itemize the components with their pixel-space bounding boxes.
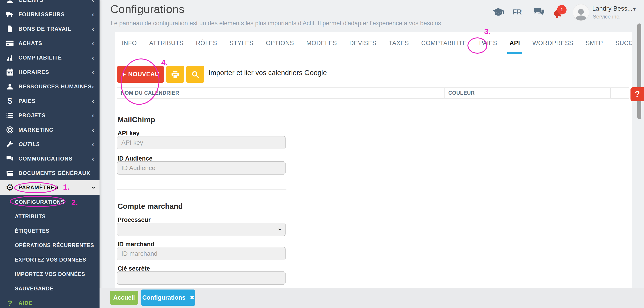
- notification-badge[interactable]: 1: [557, 5, 566, 15]
- field-label-id-marchand: ID marchand: [118, 241, 154, 248]
- sidebar-item-label: PAIES: [18, 98, 36, 104]
- chevron-left-icon: ‹: [92, 69, 94, 76]
- tab-paies[interactable]: PAIES: [479, 32, 497, 54]
- tab-options[interactable]: OPTIONS: [266, 32, 294, 54]
- user-name[interactable]: Landry Bess...: [592, 5, 632, 12]
- chevron-left-icon: ‹: [92, 54, 94, 61]
- column-header-nom-du-calendrier[interactable]: NOM DU CALENDRIER: [117, 87, 445, 98]
- sidebar-item-label: CLIENTS: [18, 0, 44, 3]
- caret-down-icon: ▾: [633, 6, 636, 12]
- avatar[interactable]: [572, 4, 589, 21]
- sidebar-item-communications[interactable]: COMMUNICATIONS ‹: [0, 151, 100, 166]
- sidebar-item-projets[interactable]: PROJETS ‹: [0, 108, 100, 123]
- search-button[interactable]: [186, 66, 204, 83]
- sidebar-item-label: ACHATS: [18, 40, 42, 46]
- sidebar-subitem-label: ATTRIBUTS: [15, 214, 46, 220]
- sidebar-subitem-label: IMPORTEZ VOS DONNÉES: [15, 271, 85, 277]
- sidebar-item-comptabilite[interactable]: COMPTABILITÉ ‹: [0, 51, 100, 65]
- sidebar-item-label: BONS DE TRAVAIL: [18, 26, 71, 32]
- sidebar-item-label: MARKETING: [18, 127, 54, 133]
- sidebar-item-ressources-humaines[interactable]: RESSOURCES HUMAINES ‹: [0, 79, 100, 94]
- chevron-down-icon: ‹: [90, 187, 96, 189]
- tab-styles[interactable]: STYLES: [230, 32, 254, 54]
- bar-chart-icon: [5, 53, 15, 63]
- api-key-input[interactable]: [117, 136, 286, 149]
- sidebar-item-label: HORAIRES: [18, 69, 49, 75]
- sidebar-item-fournisseurs[interactable]: FOURNISSEURS ‹: [0, 7, 100, 22]
- sidebar-subitem-importez-vos-donnees[interactable]: IMPORTEZ VOS DONNÉES: [0, 267, 100, 281]
- id-audience-input[interactable]: [117, 162, 286, 175]
- tab-info[interactable]: INFO: [122, 32, 137, 54]
- scrollbar-thumb[interactable]: [637, 24, 641, 119]
- sidebar-item-horaires[interactable]: HORAIRES ‹: [0, 65, 100, 79]
- current-tab-button[interactable]: Configurations ✖: [141, 289, 195, 306]
- sidebar-subitem-etiquettes[interactable]: ÉTIQUETTES: [0, 224, 100, 238]
- section-heading-mailchimp: MailChimp: [118, 115, 155, 124]
- processor-select[interactable]: ‹: [117, 223, 286, 236]
- sidebar-subitem-exportez-vos-donnees[interactable]: EXPORTEZ VOS DONNÉES: [0, 252, 100, 267]
- wrench-icon: [5, 139, 15, 149]
- chat-icon[interactable]: [533, 7, 545, 18]
- stack-icon: [5, 110, 15, 120]
- close-icon: ✖: [190, 295, 194, 300]
- sidebar-subitem-operations-recurrentes[interactable]: OPÉRATIONS RÉCURRENTES: [0, 238, 100, 252]
- home-tab-button[interactable]: Accueil: [110, 291, 138, 304]
- secret-key-input[interactable]: [117, 271, 286, 284]
- sidebar-subitem-attributs[interactable]: ATTRIBUTS: [0, 209, 100, 224]
- file-icon: [5, 24, 15, 34]
- chevron-left-icon: ‹: [92, 112, 94, 119]
- sidebar-item-bons-de-travail[interactable]: BONS DE TRAVAIL ‹: [0, 22, 100, 36]
- language-switcher[interactable]: FR: [512, 8, 522, 16]
- tab-bar: INFO ATTRIBUTS RÔLES STYLES OPTIONS MODÈ…: [115, 32, 632, 54]
- sidebar-subitem-sauvegarde[interactable]: SAUVEGARDE: [0, 281, 100, 296]
- sidebar-subitem-label: OPÉRATIONS RÉCURRENTES: [15, 242, 94, 248]
- chevron-left-icon: ‹: [92, 83, 94, 90]
- search-icon: [191, 70, 200, 79]
- sidebar-item-achats[interactable]: ACHATS ‹: [0, 36, 100, 51]
- sidebar-item-label: AIDE: [18, 300, 32, 306]
- sidebar-item-label: FOURNISSEURS: [18, 11, 65, 18]
- new-button[interactable]: + NOUVEAU: [117, 66, 164, 83]
- bullseye-icon: [5, 125, 15, 135]
- tab-smtp[interactable]: SMTP: [586, 32, 603, 54]
- sidebar-item-label: RESSOURCES HUMAINES: [18, 83, 92, 90]
- tab-comptabilite[interactable]: COMPTABILITÉ: [421, 32, 467, 54]
- sidebar-item-label: PROJETS: [18, 112, 46, 119]
- field-label-id-audience: ID Audience: [118, 155, 152, 162]
- chevron-left-icon: ‹: [92, 141, 94, 148]
- google-calendar-import-link[interactable]: Importer et lier vos calendriers Google: [208, 69, 327, 77]
- field-label-api-key: API key: [118, 130, 140, 137]
- chevron-down-icon: ‹: [276, 228, 283, 230]
- sidebar-item-marketing[interactable]: MARKETING ‹: [0, 123, 100, 137]
- column-header-couleur[interactable]: COULEUR: [444, 87, 611, 98]
- tab-succursales[interactable]: SUCCURSALES: [616, 32, 632, 54]
- table-header: NOM DU CALENDRIER COULEUR: [117, 87, 629, 98]
- tab-wordpress[interactable]: WORDPRESS: [532, 32, 573, 54]
- merchant-id-input[interactable]: [117, 247, 286, 260]
- tab-api[interactable]: API: [510, 32, 520, 54]
- sidebar-item-parametres[interactable]: ⚙ PARAMÈTRES ‹: [0, 180, 100, 195]
- calendar-icon: [5, 67, 15, 77]
- tab-devises[interactable]: DEVISES: [349, 32, 376, 54]
- tab-modeles[interactable]: MODÈLES: [306, 32, 337, 54]
- graduation-cap-icon[interactable]: [492, 7, 504, 18]
- sidebar-subitem-configurations[interactable]: CONFIGURATIONS: [0, 195, 100, 209]
- help-button[interactable]: ?: [630, 87, 644, 101]
- sidebar-item-clients[interactable]: CLIENTS ‹: [0, 0, 100, 7]
- chat-icon: [5, 154, 15, 164]
- sidebar-item-outils[interactable]: OUTILS ‹: [0, 137, 100, 151]
- truck-icon: [5, 10, 15, 19]
- sidebar-item-documents-generaux[interactable]: DOCUMENTS GÉNÉRAUX: [0, 166, 100, 180]
- field-label-cle-secrete: Clé secrète: [118, 265, 150, 272]
- sidebar-item-label: PARAMÈTRES: [18, 185, 58, 191]
- dollar-icon: $: [5, 96, 15, 106]
- chevron-left-icon: ‹: [92, 0, 94, 4]
- print-button[interactable]: [166, 66, 184, 83]
- chevron-left-icon: ‹: [92, 11, 94, 18]
- tab-taxes[interactable]: TAXES: [389, 32, 409, 54]
- sidebar-item-paies[interactable]: $ PAIES ‹: [0, 94, 100, 108]
- sidebar-item-label: DOCUMENTS GÉNÉRAUX: [18, 170, 90, 176]
- sidebar-item-aide[interactable]: ? AIDE: [0, 296, 100, 308]
- tab-attributs[interactable]: ATTRIBUTS: [149, 32, 184, 54]
- tab-roles[interactable]: RÔLES: [196, 32, 217, 54]
